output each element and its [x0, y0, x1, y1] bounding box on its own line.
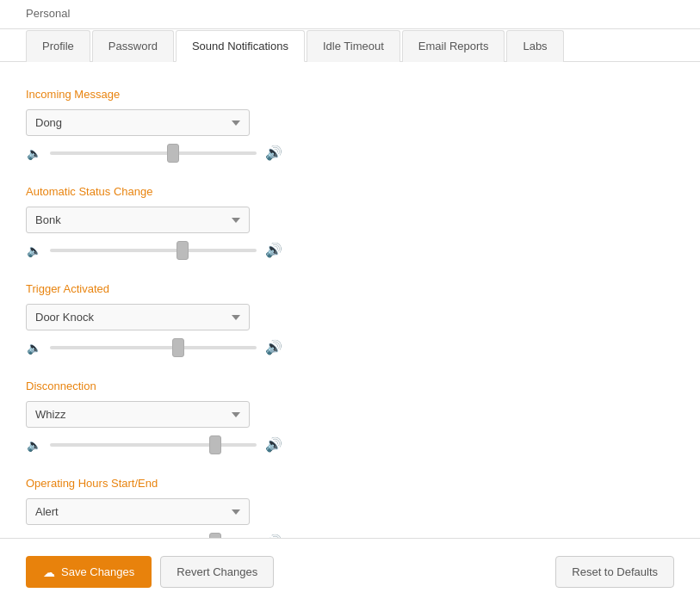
cloud-icon: ☁: [43, 565, 55, 579]
sound-select-operating-hours[interactable]: None Dong Ding Chime Bell Alert Bonk Doo…: [26, 498, 250, 525]
save-changes-button[interactable]: ☁ Save Changes: [26, 556, 152, 588]
tab-password[interactable]: Password: [92, 30, 174, 62]
tab-profile[interactable]: Profile: [26, 30, 90, 62]
volume-row-trigger-activated: 🔈 🔊: [26, 339, 674, 355]
page-title: Personal: [26, 7, 70, 20]
sound-label-trigger-activated: Trigger Activated: [26, 282, 674, 295]
volume-high-icon-incoming: 🔊: [265, 145, 282, 161]
volume-high-icon-trigger: 🔊: [265, 339, 282, 355]
sound-select-row-operating: None Dong Ding Chime Bell Alert Bonk Doo…: [26, 498, 674, 525]
sound-label-disconnection: Disconnection: [26, 380, 674, 392]
reset-to-defaults-button[interactable]: Reset to Defaults: [555, 556, 674, 588]
volume-slider-disconnection[interactable]: [50, 443, 257, 447]
sound-select-row-disconnection: None Dong Ding Chime Bell Alert Bonk Doo…: [26, 401, 674, 428]
sound-select-row-automatic: None Dong Ding Chime Bell Alert Bonk Doo…: [26, 207, 674, 233]
sound-select-trigger-activated[interactable]: None Dong Ding Chime Bell Alert Bonk Doo…: [26, 304, 250, 330]
volume-low-icon-incoming: 🔈: [26, 146, 41, 160]
volume-high-icon-automatic: 🔊: [265, 242, 282, 258]
sound-select-row-trigger: None Dong Ding Chime Bell Alert Bonk Doo…: [26, 304, 674, 330]
sound-row-trigger-activated: Trigger Activated None Dong Ding Chime B…: [26, 282, 674, 355]
tab-idle-timeout[interactable]: Idle Timeout: [307, 30, 400, 62]
sound-select-row-incoming-message: Dong None Ding Chime Bell Alert Bonk Doo…: [26, 109, 674, 136]
volume-row-incoming-message: 🔈 🔊: [26, 145, 674, 161]
sound-row-automatic-status-change: Automatic Status Change None Dong Ding C…: [26, 185, 674, 258]
sound-row-disconnection: Disconnection None Dong Ding Chime Bell …: [26, 380, 674, 453]
sound-select-automatic-status-change[interactable]: None Dong Ding Chime Bell Alert Bonk Doo…: [26, 207, 250, 233]
footer-left-buttons: ☁ Save Changes Revert Changes: [26, 556, 274, 588]
footer: ☁ Save Changes Revert Changes Reset to D…: [0, 538, 700, 605]
volume-slider-trigger-activated[interactable]: [50, 346, 257, 349]
tab-labs[interactable]: Labs: [506, 30, 563, 62]
volume-slider-incoming-message[interactable]: [50, 151, 257, 155]
sound-label-incoming-message: Incoming Message: [26, 88, 674, 101]
tab-email-reports[interactable]: Email Reports: [402, 30, 505, 62]
sound-select-incoming-message[interactable]: Dong None Ding Chime Bell Alert Bonk Doo…: [26, 109, 250, 136]
content-area: Incoming Message Dong None Ding Chime Be…: [0, 62, 700, 600]
page-header: Personal: [0, 0, 700, 29]
sound-label-operating-hours: Operating Hours Start/End: [26, 477, 674, 490]
volume-low-icon-trigger: 🔈: [26, 341, 41, 355]
volume-slider-automatic-status-change[interactable]: [50, 249, 257, 252]
volume-low-icon-disconnection: 🔈: [26, 438, 41, 452]
tab-sound-notifications[interactable]: Sound Notifications: [176, 30, 305, 62]
revert-changes-button[interactable]: Revert Changes: [160, 556, 274, 588]
volume-high-icon-disconnection: 🔊: [265, 436, 282, 453]
volume-low-icon-automatic: 🔈: [26, 244, 41, 257]
sound-row-incoming-message: Incoming Message Dong None Ding Chime Be…: [26, 88, 674, 161]
sound-label-automatic-status-change: Automatic Status Change: [26, 185, 674, 198]
tabs-bar: Profile Password Sound Notifications Idl…: [0, 29, 700, 62]
volume-row-disconnection: 🔈 🔊: [26, 436, 674, 453]
sound-select-disconnection[interactable]: None Dong Ding Chime Bell Alert Bonk Doo…: [26, 401, 250, 428]
volume-row-automatic-status-change: 🔈 🔊: [26, 242, 674, 258]
